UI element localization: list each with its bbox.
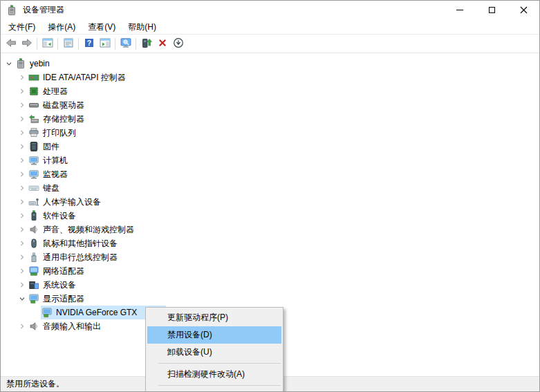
menu-item-3[interactable]: 帮助(H) xyxy=(122,19,162,35)
print-queue-icon xyxy=(28,127,39,138)
tree-item-label: 存储控制器 xyxy=(43,113,84,125)
maximize-icon xyxy=(489,7,495,13)
update-driver-button[interactable] xyxy=(138,36,154,52)
display-adapter-icon xyxy=(41,307,53,318)
chevron-down-icon[interactable] xyxy=(17,293,28,304)
chevron-right-icon[interactable] xyxy=(17,169,28,180)
tree-item-content: 存储控制器 xyxy=(28,112,86,126)
tree-item[interactable]: 声音、视频和游戏控制器 xyxy=(1,223,539,236)
chevron-right-icon[interactable] xyxy=(17,155,28,166)
chevron-right-icon[interactable] xyxy=(17,141,28,152)
caption-buttons xyxy=(444,1,539,19)
tree-item-content: 磁盘驱动器 xyxy=(28,98,86,112)
close-icon xyxy=(520,6,528,14)
usb-icon xyxy=(28,252,39,263)
forward-button[interactable] xyxy=(19,36,35,52)
tree-item[interactable]: 键盘 xyxy=(1,181,539,195)
update-driver-icon xyxy=(141,37,152,50)
monitor-icon xyxy=(28,169,39,180)
console-tree-icon xyxy=(42,37,53,50)
disable-device-button[interactable] xyxy=(170,36,186,52)
tree-item-content: IDE ATA/ATAPI 控制器 xyxy=(28,71,128,84)
tree-item-label: 打印队列 xyxy=(43,127,76,139)
context-menu-separator xyxy=(158,363,281,364)
maximize-button[interactable] xyxy=(476,1,508,19)
back-button[interactable] xyxy=(3,36,19,52)
properties-window-icon xyxy=(63,37,74,50)
chevron-right-icon[interactable] xyxy=(17,113,28,124)
menu-item-0[interactable]: 文件(F) xyxy=(2,19,41,35)
tree-item[interactable]: 软件设备 xyxy=(1,209,539,223)
uninstall-device-button[interactable] xyxy=(154,36,170,52)
tree-item-label: 人体学输入设备 xyxy=(43,196,101,208)
menu-item-2[interactable]: 查看(V) xyxy=(82,19,122,35)
tree-item-label: 计算机 xyxy=(43,155,68,167)
tree-item[interactable]: 网络适配器 xyxy=(1,264,539,278)
tree-item-content: 系统设备 xyxy=(28,278,78,292)
help-icon: ? xyxy=(84,37,95,50)
tree-item[interactable]: 打印队列 xyxy=(1,126,539,140)
tree-item-label: IDE ATA/ATAPI 控制器 xyxy=(43,72,126,84)
chevron-right-icon[interactable] xyxy=(17,100,28,111)
tree-item-content: 通用串行总线控制器 xyxy=(28,250,120,264)
minimize-button[interactable] xyxy=(444,1,476,19)
sound-controller-icon xyxy=(28,224,39,235)
tree-item-content: 显示适配器 xyxy=(28,292,86,306)
context-menu-item[interactable]: 更新驱动程序(P) xyxy=(147,309,281,326)
menu-bar: 文件(F)操作(A)查看(V)帮助(H) xyxy=(1,19,539,35)
tree-item[interactable]: 计算机 xyxy=(1,153,539,167)
tree-item[interactable]: 鼠标和其他指针设备 xyxy=(1,236,539,250)
back-icon xyxy=(6,37,17,50)
tree-item[interactable]: 通用串行总线控制器 xyxy=(1,250,539,264)
help-button[interactable]: ? xyxy=(81,36,97,52)
tree-item-label: yebin xyxy=(30,59,50,68)
chevron-right-icon[interactable] xyxy=(17,127,28,138)
tree-item[interactable]: 处理器 xyxy=(1,84,539,98)
context-menu-separator xyxy=(158,385,281,386)
action-pane-button[interactable] xyxy=(97,36,113,52)
context-menu-item[interactable]: 禁用设备(D) xyxy=(147,326,281,344)
tree-item-content: 监视器 xyxy=(28,167,70,181)
context-menu-item[interactable]: 属性(R) xyxy=(147,388,281,392)
chevron-right-icon[interactable] xyxy=(17,238,28,249)
chevron-right-icon[interactable] xyxy=(17,183,28,194)
close-button[interactable] xyxy=(508,1,539,19)
processor-icon xyxy=(28,86,39,97)
chevron-right-icon[interactable] xyxy=(17,196,28,207)
tree-item[interactable]: 监视器 xyxy=(1,167,539,181)
chevron-right-icon[interactable] xyxy=(17,321,28,332)
tree-item[interactable]: 磁盘驱动器 xyxy=(1,98,539,112)
console-tree-button[interactable] xyxy=(39,36,55,52)
minimize-icon xyxy=(456,10,463,10)
chevron-right-icon[interactable] xyxy=(17,224,28,235)
tree-item[interactable]: 系统设备 xyxy=(1,278,539,292)
keyboard-icon xyxy=(28,183,39,194)
tree-item[interactable]: 固件 xyxy=(1,140,539,153)
tree-item[interactable]: 人体学输入设备 xyxy=(1,195,539,209)
context-menu-item[interactable]: 卸载设备(U) xyxy=(147,344,281,361)
tree-item-content: 音频输入和输出 xyxy=(28,319,103,333)
chevron-right-icon[interactable] xyxy=(17,210,28,221)
tree-item[interactable]: 显示适配器 xyxy=(1,292,539,306)
chevron-right-icon[interactable] xyxy=(17,252,28,263)
tree-item[interactable]: IDE ATA/ATAPI 控制器 xyxy=(1,71,539,84)
tree-item[interactable]: yebin xyxy=(1,57,539,71)
context-menu-item[interactable]: 扫描检测硬件改动(A) xyxy=(147,366,281,383)
chevron-right-icon[interactable] xyxy=(17,72,28,83)
scan-hardware-button[interactable] xyxy=(118,36,133,52)
chevron-down-icon[interactable] xyxy=(3,58,15,69)
tree-item[interactable]: 存储控制器 xyxy=(1,112,539,126)
chevron-right-icon[interactable] xyxy=(17,279,28,290)
toolbar-separator xyxy=(57,38,58,50)
menu-item-1[interactable]: 操作(A) xyxy=(41,19,82,35)
tree-item-label: 音频输入和输出 xyxy=(43,321,101,333)
properties-button[interactable] xyxy=(60,36,76,52)
tree-item-content: 键盘 xyxy=(28,181,62,195)
mouse-icon xyxy=(28,238,39,249)
tree-item-label: 软件设备 xyxy=(43,210,76,222)
tree-item-label: 处理器 xyxy=(43,86,68,97)
chevron-right-icon[interactable] xyxy=(17,86,28,97)
tree-item-content: 计算机 xyxy=(28,153,70,167)
chevron-right-icon[interactable] xyxy=(17,265,28,277)
storage-controller-icon xyxy=(28,113,39,124)
